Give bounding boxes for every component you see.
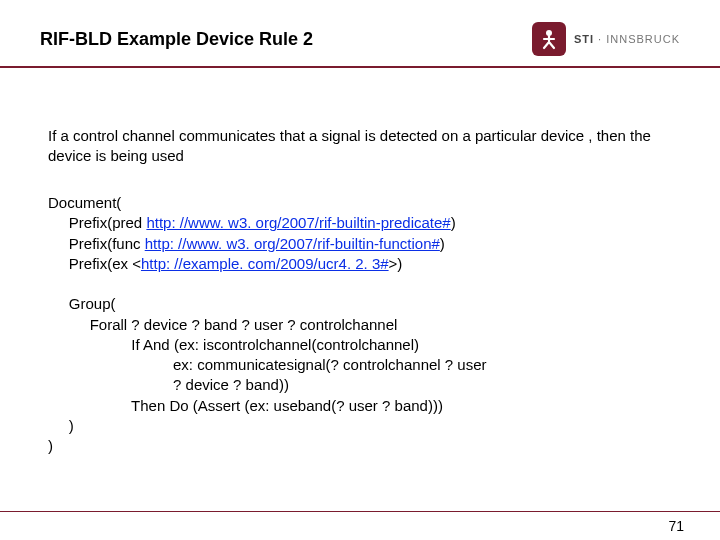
code-line: ex: communicatesignal(? controlchannel ?… xyxy=(48,356,487,373)
code-line: ? device ? band)) xyxy=(48,376,289,393)
page-number: 71 xyxy=(668,518,684,534)
logo-brand: STI xyxy=(574,33,594,45)
code-block: Document( Prefix(pred http: //www. w3. o… xyxy=(48,193,672,456)
footer-divider xyxy=(0,511,720,512)
slide-title: RIF-BLD Example Device Rule 2 xyxy=(40,29,313,50)
code-line: Then Do (Assert (ex: useband(? user ? ba… xyxy=(48,397,443,414)
logo-subbrand: · INNSBRUCK xyxy=(594,33,680,45)
code-line: ) xyxy=(451,214,456,231)
predicate-link[interactable]: http: //www. w3. org/2007/rif-builtin-pr… xyxy=(146,214,450,231)
code-line: >) xyxy=(389,255,403,272)
function-link[interactable]: http: //www. w3. org/2007/rif-builtin-fu… xyxy=(145,235,440,252)
code-line: Prefix(func xyxy=(48,235,145,252)
code-line: If And (ex: iscontrolchannel(controlchan… xyxy=(48,336,419,353)
code-line: ) xyxy=(48,417,74,434)
sti-logo-icon xyxy=(532,22,566,56)
code-line: ) xyxy=(48,437,53,454)
code-line: Document( xyxy=(48,194,121,211)
code-line: Prefix(pred xyxy=(48,214,146,231)
slide-content: If a control channel communicates that a… xyxy=(0,68,720,456)
intro-text: If a control channel communicates that a… xyxy=(48,126,672,165)
logo-text: STI · INNSBRUCK xyxy=(574,33,680,45)
example-link[interactable]: http: //example. com/2009/ucr4. 2. 3# xyxy=(141,255,389,272)
code-line: Prefix(ex < xyxy=(48,255,141,272)
logo-area: STI · INNSBRUCK xyxy=(532,22,680,56)
code-line: ) xyxy=(440,235,445,252)
code-line: Forall ? device ? band ? user ? controlc… xyxy=(48,316,397,333)
slide-header: RIF-BLD Example Device Rule 2 STI · INNS… xyxy=(0,0,720,56)
code-line: Group( xyxy=(48,295,116,312)
